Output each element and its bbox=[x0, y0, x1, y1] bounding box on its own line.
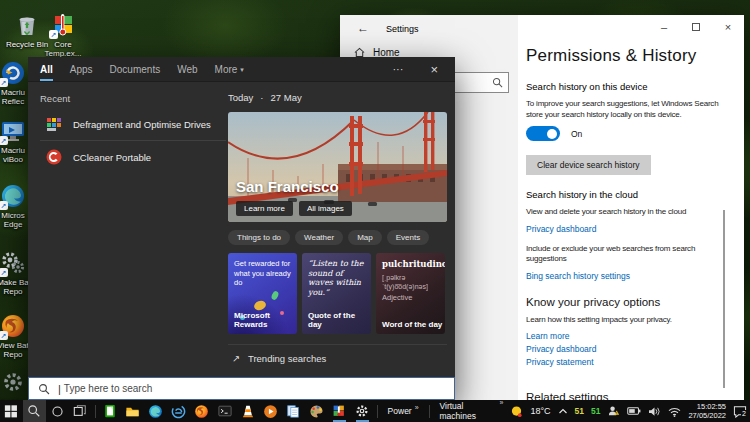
core-temp-reading-2[interactable]: 51 bbox=[591, 406, 600, 416]
search-placeholder: Type here to search bbox=[64, 383, 152, 394]
defragment-icon bbox=[46, 116, 62, 132]
privacy-dashboard-link-2[interactable]: Privacy dashboard bbox=[526, 344, 728, 354]
notification-count-badge: 2 bbox=[741, 410, 747, 417]
all-images-button[interactable]: All images bbox=[299, 201, 352, 216]
tab-apps[interactable]: Apps bbox=[70, 57, 93, 81]
minimize-button[interactable]: – bbox=[648, 15, 680, 39]
text-cursor: | bbox=[58, 383, 61, 395]
media-player-icon bbox=[263, 404, 278, 419]
core-temp-icon bbox=[332, 404, 346, 418]
pill-things-to-do[interactable]: Things to do bbox=[228, 230, 290, 245]
clear-history-button[interactable]: Clear device search history bbox=[526, 155, 651, 175]
quote-card[interactable]: “Listen to the sound of waves within you… bbox=[302, 253, 371, 334]
config-gear-icon bbox=[0, 370, 26, 396]
taskbar-separator bbox=[429, 405, 430, 418]
bing-history-link[interactable]: Bing search history settings bbox=[526, 271, 728, 281]
toolbar-virtual-machines[interactable]: Virtual machines» bbox=[433, 401, 511, 421]
tab-more[interactable]: More▾ bbox=[215, 57, 244, 81]
pill-weather[interactable]: Weather bbox=[295, 230, 343, 245]
search-history-toggle[interactable] bbox=[526, 126, 560, 141]
search-icon bbox=[38, 383, 50, 395]
taskbar-search-button[interactable] bbox=[23, 400, 46, 422]
pill-events[interactable]: Events bbox=[387, 230, 429, 245]
user-alert-icon[interactable] bbox=[607, 405, 620, 417]
start-button[interactable] bbox=[0, 400, 23, 422]
recent-item-defragment[interactable]: Defragment and Optimise Drives bbox=[40, 108, 226, 140]
shortcut-arrow-icon: ↗ bbox=[0, 78, 8, 87]
web-search-description: Include or exclude your web searches fro… bbox=[526, 244, 728, 265]
pill-map[interactable]: Map bbox=[348, 230, 382, 245]
temperature-label[interactable]: 18°C bbox=[530, 406, 550, 416]
toolbar-power[interactable]: Power» bbox=[381, 406, 426, 416]
close-button[interactable]: × bbox=[712, 15, 744, 39]
word-of-day-card[interactable]: pulchritudinous [ˌpəlkrəˈt(y)o͞od(ə)nəs]… bbox=[376, 253, 445, 334]
recent-heading: Recent bbox=[40, 93, 226, 104]
maximize-button[interactable] bbox=[680, 15, 712, 39]
action-center-button[interactable]: 2 bbox=[733, 405, 747, 418]
volume-icon[interactable] bbox=[648, 406, 661, 417]
taskbar-settings-app[interactable] bbox=[351, 400, 374, 422]
cortana-button[interactable] bbox=[46, 400, 69, 422]
privacy-dashboard-link[interactable]: Privacy dashboard bbox=[526, 224, 728, 234]
toolbar-chevron-icon: » bbox=[499, 399, 503, 406]
settings-content: Permissions & History Search history on … bbox=[526, 15, 728, 422]
taskbar-command-prompt[interactable] bbox=[213, 400, 236, 422]
tab-web[interactable]: Web bbox=[177, 57, 197, 81]
back-arrow-icon[interactable]: ← bbox=[353, 21, 373, 35]
privacy-statement-link[interactable]: Privacy statement bbox=[526, 357, 728, 367]
taskbar-separator bbox=[377, 405, 378, 418]
rewards-card[interactable]: Get rewarded for what you already do Mic… bbox=[228, 253, 297, 334]
learn-more-button[interactable]: Learn more bbox=[236, 201, 293, 216]
close-flyout-button[interactable]: × bbox=[425, 57, 443, 81]
vlc-icon bbox=[241, 404, 255, 418]
battery-icon[interactable] bbox=[627, 406, 641, 416]
system-tray: 18°C 51 51 15:02:5527/05/2022 2 bbox=[510, 402, 750, 420]
date-row: Today · 27 May bbox=[228, 92, 447, 103]
desktop-icon-core-temp[interactable]: ↗ CoreTemp.ex... bbox=[36, 12, 90, 58]
taskbar-core-temp-app[interactable] bbox=[328, 400, 351, 422]
recent-item-ccleaner[interactable]: CCleaner Portable bbox=[40, 141, 226, 173]
cortana-icon bbox=[51, 405, 64, 418]
taskbar-paint[interactable] bbox=[305, 400, 328, 422]
clock[interactable]: 15:02:5527/05/2022 bbox=[688, 402, 726, 420]
more-options-button[interactable]: ··· bbox=[387, 57, 408, 81]
macrium-viboot-icon: ↗ bbox=[0, 118, 26, 144]
tab-documents[interactable]: Documents bbox=[110, 57, 161, 81]
taskbar-libreoffice[interactable] bbox=[99, 400, 122, 422]
taskbar-file-explorer[interactable] bbox=[122, 400, 145, 422]
device-history-heading: Search history on this device bbox=[526, 81, 728, 92]
location-card[interactable]: San Francisco Learn more All images bbox=[228, 112, 447, 222]
documents-icon bbox=[286, 404, 300, 418]
learn-more-link[interactable]: Learn more bbox=[526, 331, 728, 341]
taskbar-firefox[interactable] bbox=[190, 400, 213, 422]
task-view-button[interactable] bbox=[69, 400, 92, 422]
windows-logo-icon bbox=[4, 404, 18, 418]
trending-searches[interactable]: ↗ Trending searches bbox=[228, 344, 447, 364]
device-history-description: To improve your search suggestions, let … bbox=[526, 99, 728, 120]
location-title: San Francisco bbox=[236, 178, 339, 195]
internet-explorer-icon bbox=[171, 404, 186, 419]
edge-icon bbox=[148, 404, 163, 419]
taskbar-media-player[interactable] bbox=[259, 400, 282, 422]
chevron-down-icon: ▾ bbox=[240, 66, 244, 74]
taskbar-notes[interactable] bbox=[282, 400, 305, 422]
settings-window-title: Settings bbox=[386, 24, 419, 34]
firefox-icon: ↗ bbox=[0, 313, 26, 339]
tray-expand-icon[interactable] bbox=[558, 407, 568, 415]
tab-all[interactable]: All bbox=[40, 57, 53, 81]
taskbar-search-input[interactable]: | Type here to search bbox=[28, 377, 455, 400]
shortcut-arrow-icon: ↗ bbox=[0, 136, 8, 145]
toggle-state-label: On bbox=[571, 129, 582, 139]
weather-icon[interactable] bbox=[510, 405, 523, 418]
core-temp-icon: ↗ bbox=[50, 12, 76, 38]
taskbar-separator bbox=[95, 405, 96, 418]
libreoffice-icon bbox=[103, 404, 117, 418]
network-icon[interactable] bbox=[668, 406, 681, 417]
search-icon bbox=[492, 77, 503, 88]
taskbar-edge[interactable] bbox=[144, 400, 167, 422]
core-temp-reading-1[interactable]: 51 bbox=[575, 406, 584, 416]
scrollbar[interactable] bbox=[723, 210, 725, 388]
taskbar-internet-explorer[interactable] bbox=[167, 400, 190, 422]
taskbar-vlc[interactable] bbox=[236, 400, 259, 422]
folder-icon bbox=[125, 404, 140, 419]
